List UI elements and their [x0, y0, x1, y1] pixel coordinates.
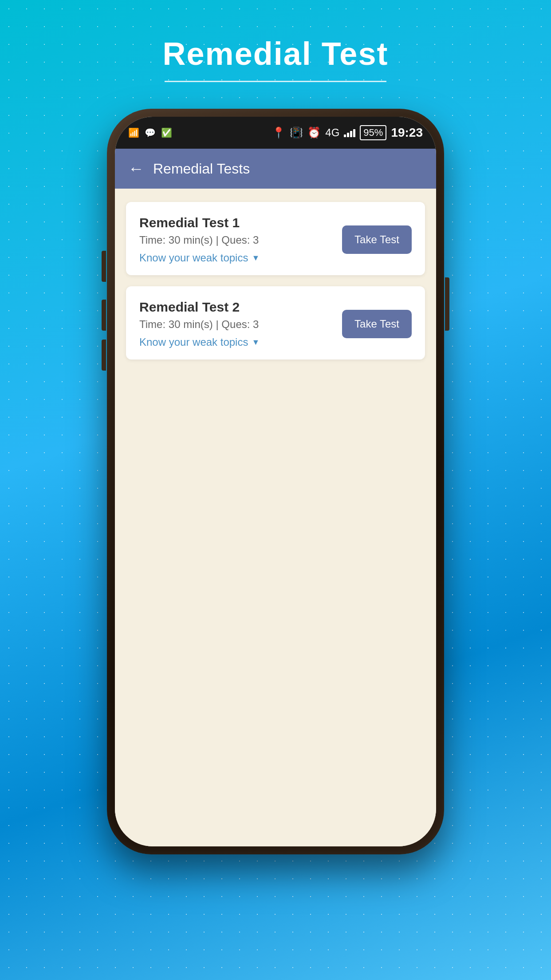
test-name-2: Remedial Test 2: [139, 300, 342, 315]
wifi-icon: 📶: [128, 127, 139, 138]
network-label: 4G: [325, 126, 339, 139]
chat-icon: 💬: [145, 127, 156, 138]
check-icon: ✅: [161, 127, 172, 138]
vibrate-icon: 📳: [290, 126, 303, 139]
test-meta-1: Time: 30 min(s) | Ques: 3: [139, 234, 342, 246]
signal-bar-4: [353, 129, 355, 137]
screen: 📶 💬 ✅ 📍 📳 ⏰ 4G: [115, 117, 436, 846]
alarm-icon: ⏰: [307, 126, 321, 139]
signal-bar-2: [347, 133, 349, 137]
signal-bars: [344, 128, 355, 137]
take-test-button-1[interactable]: Take Test: [342, 225, 412, 254]
signal-bar-3: [350, 131, 352, 137]
weak-topics-label-2: Know your weak topics: [139, 336, 248, 348]
weak-topics-label-1: Know your weak topics: [139, 252, 248, 264]
app-header: ← Remedial Tests: [115, 149, 436, 189]
back-button[interactable]: ←: [128, 159, 144, 178]
weak-topics-link-2[interactable]: Know your weak topics ▼: [139, 336, 342, 348]
test-card-2: Remedial Test 2 Time: 30 min(s) | Ques: …: [126, 286, 425, 360]
test-card-1: Remedial Test 1 Time: 30 min(s) | Ques: …: [126, 202, 425, 275]
battery-indicator: 95%: [360, 125, 386, 140]
page-title: Remedial Test: [163, 36, 389, 72]
test-info-2: Remedial Test 2 Time: 30 min(s) | Ques: …: [139, 300, 342, 348]
battery-percent: 95%: [363, 127, 383, 138]
test-info-1: Remedial Test 1 Time: 30 min(s) | Ques: …: [139, 215, 342, 264]
status-time: 19:23: [391, 126, 423, 140]
take-test-button-2[interactable]: Take Test: [342, 310, 412, 338]
test-meta-2: Time: 30 min(s) | Ques: 3: [139, 318, 342, 331]
status-bar: 📶 💬 ✅ 📍 📳 ⏰ 4G: [115, 117, 436, 149]
phone-frame: 📶 💬 ✅ 📍 📳 ⏰ 4G: [107, 109, 444, 854]
phone-inner: 📶 💬 ✅ 📍 📳 ⏰ 4G: [115, 117, 436, 846]
dropdown-arrow-2: ▼: [252, 338, 260, 347]
status-right: 📍 📳 ⏰ 4G 95% 19:23: [272, 125, 423, 140]
content-area: Remedial Test 1 Time: 30 min(s) | Ques: …: [115, 189, 436, 846]
page-title-section: Remedial Test: [163, 36, 389, 82]
dropdown-arrow-1: ▼: [252, 253, 260, 263]
header-title: Remedial Tests: [153, 161, 250, 177]
weak-topics-link-1[interactable]: Know your weak topics ▼: [139, 252, 342, 264]
status-left: 📶 💬 ✅: [128, 127, 172, 138]
title-underline: [165, 81, 386, 82]
test-name-1: Remedial Test 1: [139, 215, 342, 230]
phone-outer: 📶 💬 ✅ 📍 📳 ⏰ 4G: [107, 109, 444, 854]
signal-bar-1: [344, 134, 346, 137]
location-icon: 📍: [272, 126, 285, 139]
